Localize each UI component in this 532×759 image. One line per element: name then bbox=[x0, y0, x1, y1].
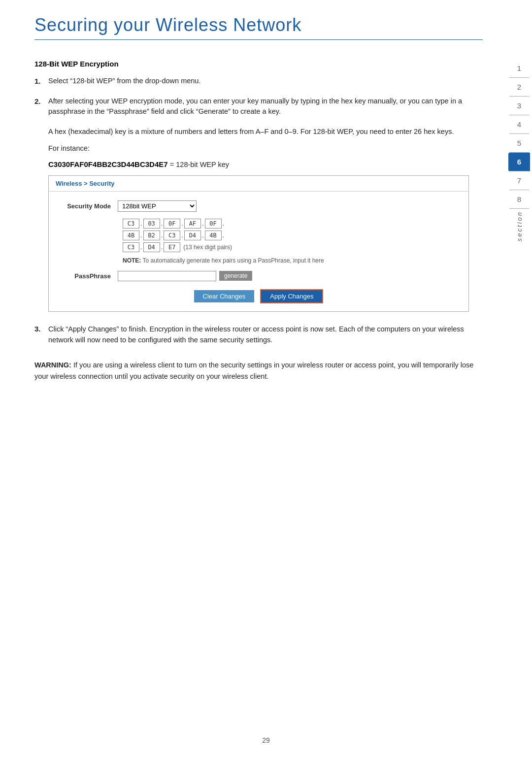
para-for-instance: For instance: bbox=[48, 143, 483, 154]
hex-field-3-3[interactable] bbox=[164, 242, 180, 252]
hex-field-1-3[interactable] bbox=[164, 219, 180, 229]
clear-changes-button[interactable]: Clear Changes bbox=[194, 290, 255, 302]
warning-text: If you are using a wireless client to tu… bbox=[34, 361, 473, 380]
hex-field-2-4[interactable] bbox=[184, 231, 201, 240]
section-heading: 128-Bit WEP Encryption bbox=[34, 60, 483, 68]
hex-field-1-2[interactable] bbox=[143, 219, 160, 229]
tab-4[interactable]: 4 bbox=[509, 115, 529, 134]
step-3-num: 3. bbox=[34, 324, 48, 335]
passphrase-row: PassPhrase generate bbox=[59, 271, 459, 281]
hex-field-2-1[interactable] bbox=[123, 231, 139, 240]
router-panel-header: Wireless > Security bbox=[49, 176, 468, 192]
step-2: 2. After selecting your WEP encryption m… bbox=[34, 96, 483, 118]
hex-sep: . bbox=[161, 231, 163, 239]
key-example: C3030FAF0F4BB2C3D44BC3D4E7 = 128-bit WEP… bbox=[48, 160, 483, 168]
tab-3[interactable]: 3 bbox=[509, 97, 529, 115]
hex-field-1-5[interactable] bbox=[205, 219, 222, 229]
para-hex-explanation: A hex (hexadecimal) key is a mixture of … bbox=[48, 126, 483, 137]
passphrase-label: PassPhrase bbox=[59, 272, 118, 280]
hex-sep-trail: . bbox=[223, 220, 225, 227]
hex-sep-trail: . bbox=[223, 231, 225, 239]
page-title: Securing your Wireless Network bbox=[34, 15, 483, 40]
hex-key-grid: . . . . . . . . bbox=[123, 219, 459, 252]
step-3-list: 3. Click “Apply Changes” to finish. Encr… bbox=[34, 324, 483, 346]
apply-changes-button[interactable]: Apply Changes bbox=[260, 289, 323, 303]
action-row: Clear Changes Apply Changes bbox=[59, 289, 459, 303]
hex-field-1-1[interactable] bbox=[123, 219, 139, 229]
security-mode-select[interactable]: 128bit WEP 64bit WEP WPA None bbox=[118, 200, 197, 212]
section-tabs: 1 2 3 4 5 6 7 8 section bbox=[506, 59, 532, 241]
passphrase-input[interactable] bbox=[118, 271, 216, 281]
tab-5[interactable]: 5 bbox=[509, 134, 529, 153]
step-2-text: After selecting your WEP encryption mode… bbox=[48, 96, 483, 118]
router-panel-body: Security Mode 128bit WEP 64bit WEP WPA N… bbox=[49, 192, 468, 311]
hex-sep: . bbox=[140, 220, 142, 227]
hex-sep: . bbox=[161, 243, 163, 251]
router-panel: Wireless > Security Security Mode 128bit… bbox=[48, 175, 469, 312]
hex-field-2-5[interactable] bbox=[205, 231, 222, 240]
note-label: NOTE: bbox=[123, 257, 141, 264]
hex-sep: . bbox=[181, 220, 183, 227]
warning-paragraph: WARNING: If you are using a wireless cli… bbox=[34, 360, 483, 382]
hex-sep: . bbox=[181, 231, 183, 239]
instructions-list: 1. Select “128-bit WEP” from the drop-do… bbox=[34, 76, 483, 117]
wep-key-value: C3030FAF0F4BB2C3D44BC3D4E7 bbox=[48, 160, 168, 168]
hex-digit-pairs-note: (13 hex digit pairs) bbox=[183, 244, 232, 251]
hex-row-2: . . . . . bbox=[123, 231, 459, 240]
hex-field-2-2[interactable] bbox=[143, 231, 160, 240]
note-body: To automatically generate hex pairs usin… bbox=[142, 257, 324, 264]
step-2-num: 2. bbox=[34, 96, 48, 107]
tab-2[interactable]: 2 bbox=[509, 78, 529, 97]
step-1-text: Select “128-bit WEP” from the drop-down … bbox=[48, 76, 483, 87]
main-content: Securing your Wireless Network 128-Bit W… bbox=[15, 0, 498, 402]
section-label: section bbox=[516, 211, 523, 241]
hex-field-3-2[interactable] bbox=[143, 242, 160, 252]
security-mode-label: Security Mode bbox=[59, 202, 118, 210]
step-3: 3. Click “Apply Changes” to finish. Encr… bbox=[34, 324, 483, 346]
hex-field-2-3[interactable] bbox=[164, 231, 180, 240]
note-text: NOTE: To automatically generate hex pair… bbox=[123, 256, 459, 265]
tab-7[interactable]: 7 bbox=[509, 171, 529, 190]
tab-6[interactable]: 6 bbox=[508, 153, 530, 171]
hex-sep: . bbox=[140, 231, 142, 239]
hex-sep: . bbox=[202, 220, 204, 227]
step-3-text: Click “Apply Changes” to finish. Encrypt… bbox=[48, 324, 483, 346]
hex-field-1-4[interactable] bbox=[184, 219, 201, 229]
generate-button[interactable]: generate bbox=[219, 271, 252, 281]
security-mode-row: Security Mode 128bit WEP 64bit WEP WPA N… bbox=[59, 200, 459, 212]
page-number: 29 bbox=[262, 736, 270, 744]
warning-label: WARNING: bbox=[34, 361, 71, 369]
hex-sep: . bbox=[202, 231, 204, 239]
hex-sep: . bbox=[161, 220, 163, 227]
tab-1[interactable]: 1 bbox=[509, 59, 529, 78]
hex-row-1: . . . . . bbox=[123, 219, 459, 229]
step-1-num: 1. bbox=[34, 76, 48, 87]
wep-key-equals: = 128-bit WEP key bbox=[170, 161, 229, 168]
step-1: 1. Select “128-bit WEP” from the drop-do… bbox=[34, 76, 483, 87]
tab-8[interactable]: 8 bbox=[509, 190, 529, 209]
hex-sep: . bbox=[140, 243, 142, 251]
hex-row-3: . . (13 hex digit pairs) bbox=[123, 242, 459, 252]
hex-field-3-1[interactable] bbox=[123, 242, 139, 252]
